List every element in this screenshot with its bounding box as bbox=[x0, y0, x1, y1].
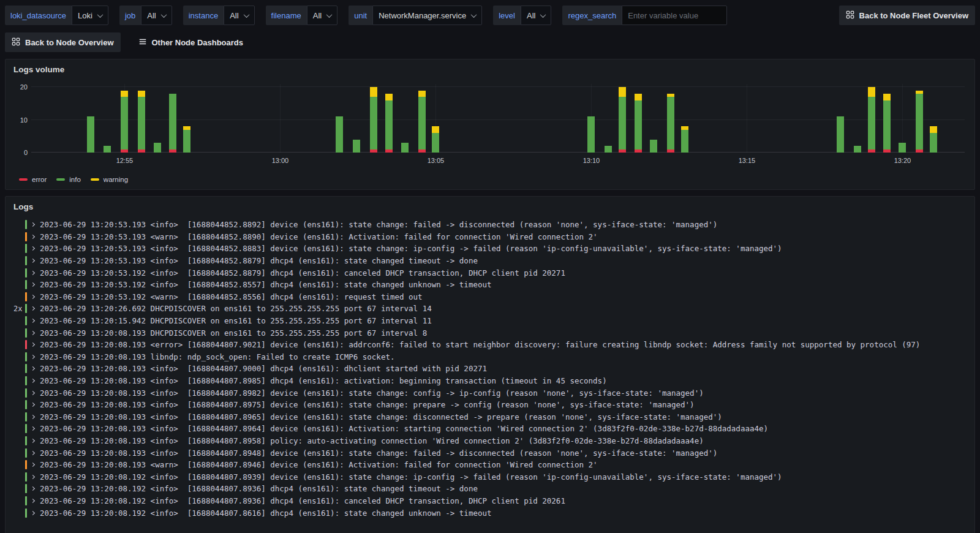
log-row[interactable]: 2023-06-29 13:20:08.193 <info> [16880448… bbox=[6, 399, 974, 411]
bar-segment-info bbox=[667, 97, 674, 149]
stacked-bar[interactable] bbox=[121, 84, 128, 153]
expand-chevron-icon[interactable] bbox=[31, 511, 35, 515]
stacked-bar[interactable] bbox=[605, 84, 612, 153]
expand-chevron-icon[interactable] bbox=[31, 306, 35, 311]
expand-chevron-icon[interactable] bbox=[31, 499, 35, 503]
expand-chevron-icon[interactable] bbox=[31, 486, 35, 491]
instance-select[interactable]: All bbox=[224, 6, 254, 25]
expand-chevron-icon[interactable] bbox=[31, 331, 35, 335]
expand-chevron-icon[interactable] bbox=[31, 451, 35, 455]
bar-segment-error bbox=[418, 149, 426, 153]
expand-chevron-icon[interactable] bbox=[31, 439, 35, 443]
loki-datasource-select[interactable]: Loki bbox=[72, 6, 108, 25]
expand-chevron-icon[interactable] bbox=[31, 366, 35, 371]
expand-chevron-icon[interactable] bbox=[31, 246, 35, 251]
expand-chevron-icon[interactable] bbox=[31, 271, 35, 275]
log-row[interactable]: 2023-06-29 13:20:53.193 <info> [16880448… bbox=[6, 219, 974, 231]
level-select[interactable]: All bbox=[521, 6, 551, 25]
log-row[interactable]: 2023-06-29 13:20:08.192 <info> [16880448… bbox=[6, 471, 974, 483]
expand-chevron-icon[interactable] bbox=[31, 415, 35, 419]
log-row[interactable]: 2023-06-29 13:20:08.192 <info> [16880448… bbox=[6, 495, 974, 507]
stacked-bar[interactable] bbox=[418, 84, 426, 153]
stacked-bar[interactable] bbox=[353, 84, 360, 153]
log-row[interactable]: 2023-06-29 13:20:08.193 libndp: ndp_sock… bbox=[6, 351, 974, 363]
variable-label: instance bbox=[183, 6, 224, 25]
stacked-bar[interactable] bbox=[401, 84, 409, 153]
stacked-bar[interactable] bbox=[868, 84, 875, 153]
stacked-bar[interactable] bbox=[370, 84, 377, 153]
expand-chevron-icon[interactable] bbox=[31, 282, 35, 287]
log-row[interactable]: 2023-06-29 13:20:15.942 DHCPDISCOVER on … bbox=[6, 315, 974, 327]
variables-toolbar: loki_datasource Loki job All instance Al… bbox=[5, 5, 975, 26]
filename-select[interactable]: All bbox=[307, 6, 337, 25]
legend-item[interactable]: error bbox=[19, 176, 47, 183]
expand-chevron-icon[interactable] bbox=[31, 355, 35, 359]
expand-chevron-icon[interactable] bbox=[31, 403, 35, 407]
back-to-node-fleet-overview-button[interactable]: Back to Node Fleet Overview bbox=[839, 6, 975, 25]
log-row[interactable]: 2023-06-29 13:20:08.193 <warn> [16880448… bbox=[6, 459, 974, 471]
stacked-bar[interactable] bbox=[883, 84, 891, 153]
stacked-bar[interactable] bbox=[899, 84, 906, 153]
log-row[interactable]: 2023-06-29 13:20:08.193 <info> [16880448… bbox=[6, 435, 974, 447]
log-row[interactable]: 2023-06-29 13:20:08.193 <info> [16880448… bbox=[6, 423, 974, 435]
expand-chevron-icon[interactable] bbox=[31, 391, 35, 395]
log-row[interactable]: 2023-06-29 13:20:53.193 <info> [16880448… bbox=[6, 255, 974, 267]
stacked-bar[interactable] bbox=[667, 84, 674, 153]
stacked-bar[interactable] bbox=[916, 84, 923, 153]
expand-chevron-icon[interactable] bbox=[31, 259, 35, 263]
stacked-bar[interactable] bbox=[336, 84, 343, 153]
bar-segment-warning bbox=[370, 87, 377, 97]
log-row[interactable]: 2023-06-29 13:20:08.193 <info> [16880448… bbox=[6, 447, 974, 459]
legend-item[interactable]: warning bbox=[91, 176, 128, 183]
log-row[interactable]: 2023-06-29 13:20:08.193 <info> [16880448… bbox=[6, 411, 974, 423]
log-row[interactable]: 2023-06-29 13:20:08.193 <info> [16880448… bbox=[6, 387, 974, 399]
stacked-bar[interactable] bbox=[385, 84, 393, 153]
stacked-bar[interactable] bbox=[650, 84, 657, 153]
stacked-bar[interactable] bbox=[930, 84, 937, 153]
other-node-dashboards-link[interactable]: Other Node Dashboards bbox=[132, 32, 251, 52]
stacked-bar[interactable] bbox=[169, 84, 176, 153]
stacked-bar[interactable] bbox=[854, 84, 861, 153]
expand-chevron-icon[interactable] bbox=[31, 342, 35, 347]
unit-select[interactable]: NetworkManager.service bbox=[372, 6, 482, 25]
log-row[interactable]: 2023-06-29 13:20:08.193 <info> [16880448… bbox=[6, 363, 974, 375]
log-row[interactable]: 2023-06-29 13:20:53.193 <info> [16880448… bbox=[6, 243, 974, 255]
expand-chevron-icon[interactable] bbox=[31, 463, 35, 467]
log-level-bar bbox=[25, 340, 27, 349]
stacked-bar[interactable] bbox=[681, 84, 688, 153]
log-row[interactable]: 2023-06-29 13:20:08.192 <info> [16880448… bbox=[6, 507, 974, 519]
legend-item[interactable]: info bbox=[56, 176, 81, 183]
stacked-bar[interactable] bbox=[154, 84, 161, 153]
log-row[interactable]: 2023-06-29 13:20:08.193 <info> [16880448… bbox=[6, 375, 974, 387]
stacked-bar[interactable] bbox=[183, 84, 190, 153]
expand-chevron-icon[interactable] bbox=[31, 235, 35, 239]
selected-value: All bbox=[230, 11, 238, 20]
expand-chevron-icon[interactable] bbox=[31, 475, 35, 479]
log-row[interactable]: 2023-06-29 13:20:53.192 <info> [16880448… bbox=[6, 266, 974, 279]
expand-chevron-icon[interactable] bbox=[31, 295, 35, 299]
log-row[interactable]: 2023-06-29 13:20:53.193 <warn> [16880448… bbox=[6, 231, 974, 243]
link-label: Other Node Dashboards bbox=[152, 38, 244, 47]
stacked-bar[interactable] bbox=[635, 84, 642, 153]
expand-chevron-icon[interactable] bbox=[31, 319, 35, 323]
regex-search-input[interactable] bbox=[622, 6, 727, 25]
stacked-bar[interactable] bbox=[138, 84, 145, 153]
back-to-node-overview-button[interactable]: Back to Node Overview bbox=[5, 32, 121, 52]
chevron-down-icon bbox=[326, 12, 333, 18]
expand-chevron-icon[interactable] bbox=[31, 222, 35, 227]
stacked-bar[interactable] bbox=[432, 84, 439, 153]
log-row[interactable]: 2x2023-06-29 13:20:26.692 DHCPDISCOVER o… bbox=[6, 303, 974, 315]
log-row[interactable]: 2023-06-29 13:20:08.193 <error> [1688044… bbox=[6, 339, 974, 351]
log-row[interactable]: 2023-06-29 13:20:08.193 DHCPDISCOVER on … bbox=[6, 327, 974, 339]
expand-chevron-icon[interactable] bbox=[31, 379, 35, 383]
stacked-bar[interactable] bbox=[619, 84, 626, 153]
log-row[interactable]: 2023-06-29 13:20:08.192 <info> [16880448… bbox=[6, 483, 974, 495]
stacked-bar[interactable] bbox=[87, 84, 94, 153]
job-select[interactable]: All bbox=[141, 6, 172, 25]
stacked-bar[interactable] bbox=[587, 84, 595, 153]
log-row[interactable]: 2023-06-29 13:20:53.192 <warn> [16880448… bbox=[6, 291, 974, 303]
stacked-bar[interactable] bbox=[837, 84, 844, 153]
log-row[interactable]: 2023-06-29 13:20:53.192 <info> [16880448… bbox=[6, 279, 974, 291]
expand-chevron-icon[interactable] bbox=[31, 426, 35, 431]
stacked-bar[interactable] bbox=[104, 84, 111, 153]
